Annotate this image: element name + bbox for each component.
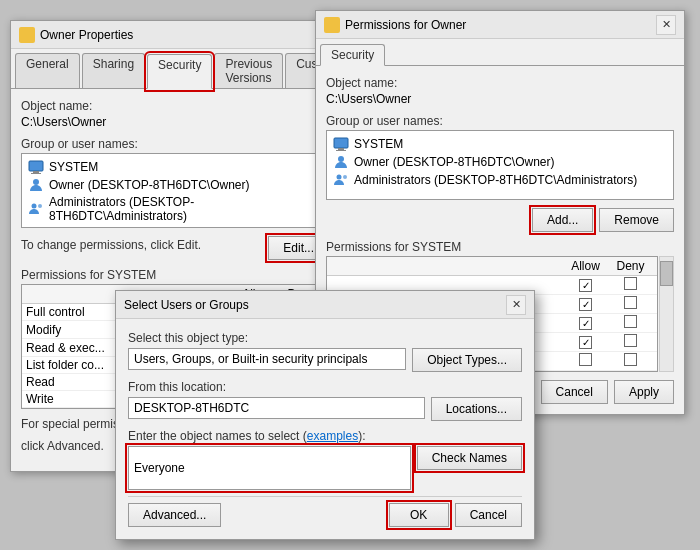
list-item-owner-name-2: Owner (DESKTOP-8TH6DTC\Owner): [354, 155, 554, 169]
check-names-button[interactable]: Check Names: [417, 446, 522, 470]
svg-point-10: [337, 175, 342, 180]
system-icon-2: [333, 136, 349, 152]
svg-rect-6: [334, 138, 348, 148]
perms-label: Permissions for SYSTEM: [21, 268, 329, 282]
tab-general[interactable]: General: [15, 53, 80, 88]
perms-label-2: Permissions for SYSTEM: [326, 240, 674, 254]
svg-rect-2: [31, 173, 41, 174]
ok-dialog-button[interactable]: OK: [389, 503, 449, 527]
owner-props-title: Owner Properties: [40, 28, 133, 42]
advanced-dialog-button[interactable]: Advanced...: [128, 503, 221, 527]
svg-rect-7: [338, 148, 344, 150]
checkbox-allow-2[interactable]: [579, 298, 592, 311]
owner-props-tabs: General Sharing Security Previous Versio…: [11, 49, 339, 89]
svg-rect-0: [29, 161, 43, 171]
select-users-title: Select Users or Groups: [124, 298, 249, 312]
list-item-system: SYSTEM: [26, 158, 324, 176]
change-perms-text: To change permissions, click Edit.: [21, 238, 201, 252]
list-item-owner: Owner (DESKTOP-8TH6DTC\Owner): [26, 176, 324, 194]
object-name-label-2: Object name:: [326, 76, 674, 90]
admin-icon: [28, 201, 44, 217]
list-item-admin-name-2: Administrators (DESKTOP-8TH6DTC\Administ…: [354, 173, 637, 187]
svg-rect-8: [336, 150, 346, 151]
user-icon-2: [333, 154, 349, 170]
system-icon: [28, 159, 44, 175]
tab-security-2[interactable]: Security: [320, 44, 385, 66]
folder-icon: [19, 27, 35, 43]
svg-point-4: [32, 204, 37, 209]
list-item-system-2: SYSTEM: [331, 135, 669, 153]
folder-icon-2: [324, 17, 340, 33]
object-name-value-2: C:\Users\Owner: [326, 92, 674, 106]
checkbox-deny-4[interactable]: [624, 334, 637, 347]
tab-security[interactable]: Security: [147, 54, 212, 89]
object-type-input[interactable]: [128, 348, 406, 370]
perms-col-deny-2: Deny: [608, 259, 653, 273]
list-item-admin-2: Administrators (DESKTOP-8TH6DTC\Administ…: [331, 171, 669, 189]
remove-button[interactable]: Remove: [599, 208, 674, 232]
checkbox-deny-2[interactable]: [624, 296, 637, 309]
apply-button-perms[interactable]: Apply: [614, 380, 674, 404]
location-label: From this location:: [128, 380, 522, 394]
user-icon: [28, 177, 44, 193]
checkbox-allow-4[interactable]: [579, 336, 592, 349]
perms-owner-title: Permissions for Owner: [345, 18, 466, 32]
list-item-owner-2: Owner (DESKTOP-8TH6DTC\Owner): [331, 153, 669, 171]
list-item-admin-name: Administrators (DESKTOP-8TH6DTC\Administ…: [49, 195, 322, 223]
object-names-input[interactable]: [128, 446, 411, 490]
group-users-label-2: Group or user names:: [326, 114, 674, 128]
select-users-dialog: Select Users or Groups ✕ Select this obj…: [115, 290, 535, 540]
cancel-dialog-button[interactable]: Cancel: [455, 503, 522, 527]
checkbox-allow-1[interactable]: [579, 279, 592, 292]
checkbox-deny-3[interactable]: [624, 315, 637, 328]
examples-link[interactable]: examples: [307, 429, 358, 443]
checkbox-allow-5[interactable]: [579, 353, 592, 366]
tab-previous-versions[interactable]: Previous Versions: [214, 53, 283, 88]
perms-owner-tabs: Security: [316, 39, 684, 66]
perms-col-allow-2: Allow: [563, 259, 608, 273]
enter-names-label: Enter the object names to select (exampl…: [128, 429, 522, 443]
svg-point-5: [38, 204, 42, 208]
cancel-button-perms[interactable]: Cancel: [541, 380, 608, 404]
location-input[interactable]: [128, 397, 425, 419]
admin-icon-2: [333, 172, 349, 188]
list-item-admin: Administrators (DESKTOP-8TH6DTC\Administ…: [26, 194, 324, 224]
list-item-system-name: SYSTEM: [49, 160, 98, 174]
svg-point-9: [338, 156, 344, 162]
checkbox-deny-1[interactable]: [624, 277, 637, 290]
list-item-owner-name: Owner (DESKTOP-8TH6DTC\Owner): [49, 178, 249, 192]
close-dialog-button[interactable]: ✕: [506, 295, 526, 315]
svg-point-3: [33, 179, 39, 185]
svg-point-11: [343, 175, 347, 179]
tab-sharing[interactable]: Sharing: [82, 53, 145, 88]
add-button[interactable]: Add...: [532, 208, 593, 232]
group-users-listbox[interactable]: SYSTEM Owner (DESKTOP-8TH6DTC\Owner) Adm…: [21, 153, 329, 228]
locations-button[interactable]: Locations...: [431, 397, 522, 421]
advanced-link-text: click Advanced.: [21, 439, 104, 453]
object-types-button[interactable]: Object Types...: [412, 348, 522, 372]
checkbox-deny-5[interactable]: [624, 353, 637, 366]
object-name-value: C:\Users\Owner: [21, 115, 329, 129]
svg-rect-1: [33, 171, 39, 173]
close-button[interactable]: ✕: [656, 15, 676, 35]
group-users-listbox-2[interactable]: SYSTEM Owner (DESKTOP-8TH6DTC\Owner) Adm…: [326, 130, 674, 200]
perms-owner-title-bar: Permissions for Owner ✕: [316, 11, 684, 39]
group-users-label: Group or user names:: [21, 137, 329, 151]
object-type-label: Select this object type:: [128, 331, 522, 345]
perms-col-label-2: [331, 259, 563, 273]
list-item-system-name-2: SYSTEM: [354, 137, 403, 151]
checkbox-allow-3[interactable]: [579, 317, 592, 330]
object-name-label: Object name:: [21, 99, 329, 113]
owner-props-title-bar: Owner Properties: [11, 21, 339, 49]
select-users-title-bar: Select Users or Groups ✕: [116, 291, 534, 319]
